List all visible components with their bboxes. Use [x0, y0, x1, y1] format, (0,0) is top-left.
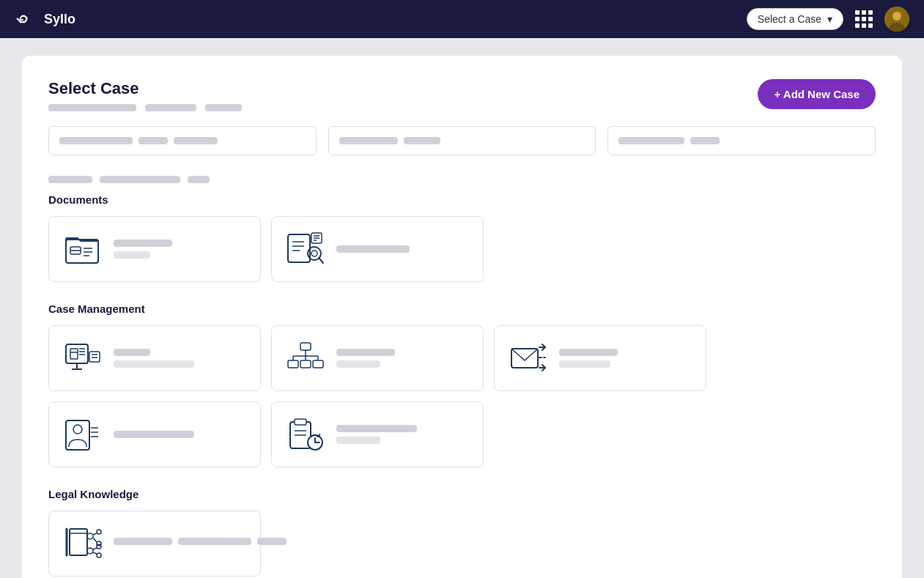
svg-line-68: [93, 548, 97, 549]
svg-line-69: [93, 552, 97, 554]
header: ꩜ Syllo Select a Case ▾: [0, 0, 924, 38]
book-nodes-sk1: [114, 538, 172, 545]
card: Select Case + Add New Case: [22, 56, 902, 578]
svg-point-2: [892, 12, 901, 21]
case-management-row-2: [48, 401, 876, 467]
folder-label-skeleton-2: [114, 251, 150, 259]
person-doc-sk1: [114, 431, 194, 438]
select-case-button[interactable]: Select a Case ▾: [747, 8, 843, 30]
subtitle-skeleton-2: [145, 104, 196, 111]
module-card-book-nodes[interactable]: [48, 511, 261, 577]
legal-knowledge-grid: [48, 511, 876, 577]
module-card-monitor-doc[interactable]: [48, 325, 261, 391]
case-management-title: Case Management: [48, 303, 876, 315]
clipboard-clock-icon: [287, 415, 325, 453]
org-chart-sk1: [336, 349, 395, 356]
svg-point-66: [97, 553, 101, 557]
svg-line-63: [93, 533, 97, 535]
add-new-case-button[interactable]: + Add New Case: [758, 79, 876, 109]
page-header: Select Case + Add New Case: [48, 79, 876, 111]
section-meta: [48, 176, 876, 183]
filter-skeleton-1b: [138, 137, 168, 144]
filter-skeleton-3b: [690, 137, 720, 144]
org-chart-sk2: [336, 360, 380, 368]
svg-point-15: [311, 251, 317, 256]
subtitle-skeleton-1: [48, 104, 136, 111]
logo-icon: ꩜: [15, 10, 38, 28]
grid-menu-icon[interactable]: [855, 10, 873, 28]
page-header-left: Select Case: [48, 79, 242, 111]
svg-rect-39: [300, 360, 311, 368]
module-text-book-nodes: [114, 538, 287, 549]
svg-rect-40: [313, 360, 323, 368]
filter-input-3[interactable]: [607, 126, 876, 155]
svg-point-61: [97, 530, 101, 534]
case-management-row-1: [48, 325, 876, 391]
documents-title: Documents: [48, 193, 876, 206]
filter-skeleton-1c: [174, 137, 218, 144]
svg-point-46: [73, 425, 82, 434]
svg-point-67: [97, 544, 101, 549]
folder-icon: [64, 230, 102, 268]
module-card-clipboard-clock[interactable]: [271, 401, 484, 467]
module-text-person-doc: [114, 431, 194, 438]
filter-input-2[interactable]: [328, 126, 596, 155]
svg-rect-21: [66, 344, 88, 363]
email-arrows-sk1: [559, 349, 618, 356]
module-card-folder[interactable]: [48, 216, 261, 282]
svg-rect-24: [70, 349, 78, 359]
svg-text:꩜: ꩜: [15, 10, 31, 28]
svg-line-16: [319, 258, 323, 263]
svg-rect-10: [288, 234, 310, 262]
svg-rect-29: [89, 352, 100, 362]
documents-grid: [48, 216, 876, 282]
book-nodes-sk3: [257, 538, 287, 545]
book-nodes-icon: [64, 525, 102, 563]
svg-point-65: [87, 548, 93, 554]
email-arrows-icon: [509, 339, 547, 377]
legal-knowledge-title: Legal Knowledge: [48, 488, 876, 500]
page-subtitle: [48, 104, 242, 111]
filter-skeleton-2a: [339, 137, 398, 144]
page-title: Select Case: [48, 79, 242, 98]
header-right: Select a Case ▾: [747, 7, 909, 32]
subtitle-skeleton-3: [205, 104, 242, 111]
meta-skeleton-3: [188, 176, 210, 183]
filter-row: [48, 126, 876, 155]
folder-label-skeleton-1: [114, 240, 172, 247]
main-content: Select Case + Add New Case: [0, 38, 924, 578]
svg-rect-32: [300, 343, 311, 350]
email-arrows-sk2: [559, 360, 610, 368]
book-nodes-sk2: [178, 538, 251, 545]
module-card-org-chart[interactable]: [271, 325, 484, 391]
filter-input-1[interactable]: [48, 126, 317, 155]
module-text-monitor-doc: [114, 349, 194, 368]
search-doc-icon: [287, 230, 325, 268]
filter-skeleton-3a: [618, 137, 684, 144]
filter-skeleton-1a: [59, 137, 133, 144]
module-card-search-doc[interactable]: [271, 216, 484, 282]
svg-rect-38: [288, 360, 298, 368]
meta-skeleton-2: [100, 176, 180, 183]
logo: ꩜ Syllo: [15, 10, 75, 28]
filter-skeleton-2b: [404, 137, 440, 144]
person-doc-icon: [64, 415, 102, 453]
svg-line-64: [93, 538, 97, 542]
module-card-person-doc[interactable]: [48, 401, 261, 467]
search-doc-label-skeleton: [336, 245, 410, 253]
meta-skeleton-1: [48, 176, 92, 183]
logo-text: Syllo: [44, 12, 75, 27]
clipboard-clock-sk1: [336, 425, 417, 432]
monitor-doc-sk2: [114, 360, 194, 368]
select-case-label: Select a Case: [758, 13, 821, 25]
avatar[interactable]: [884, 7, 909, 32]
module-card-email-arrows[interactable]: [494, 325, 706, 391]
module-text-org-chart: [336, 349, 395, 368]
module-text-folder: [114, 240, 172, 259]
case-management-section: Case Management: [48, 303, 876, 467]
legal-knowledge-section: Legal Knowledge: [48, 488, 876, 577]
monitor-doc-icon: [64, 339, 102, 377]
chevron-down-icon: ▾: [827, 13, 832, 25]
svg-rect-51: [295, 419, 306, 425]
documents-section: Documents: [48, 193, 876, 282]
